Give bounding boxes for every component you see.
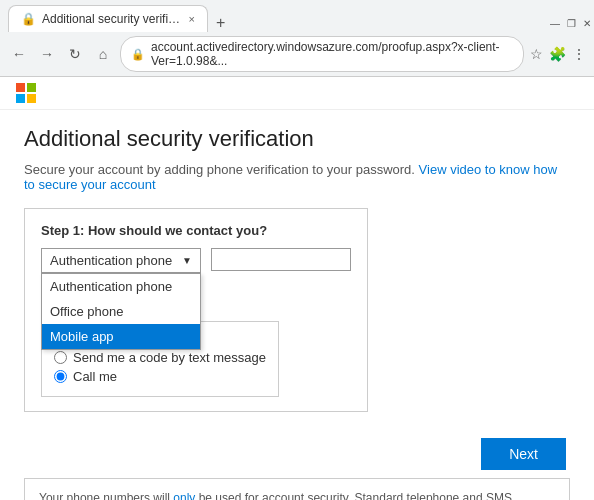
dropdown-selected-text: Authentication phone (50, 253, 182, 268)
info-text-highlight: only (173, 491, 195, 500)
ms-logo-bar (0, 77, 594, 110)
ms-logo-blue (16, 94, 25, 103)
lock-icon: 🔒 (131, 48, 145, 61)
extensions-icon: 🧩 (549, 46, 566, 62)
contact-method-dropdown-container: Authentication phone ▼ Authentication ph… (41, 248, 201, 273)
restore-button[interactable]: ❐ (564, 16, 578, 30)
home-button[interactable]: ⌂ (92, 43, 114, 65)
active-tab[interactable]: 🔒 Additional security verification × (8, 5, 208, 32)
page-title: Additional security verification (24, 126, 570, 152)
radio-call-label[interactable]: Call me (73, 369, 117, 384)
next-button[interactable]: Next (481, 438, 566, 470)
radio-call-me: Call me (54, 369, 266, 384)
step-box: Step 1: How should we contact you? Authe… (24, 208, 368, 412)
phone-number-input[interactable] (211, 248, 351, 271)
address-bar-row: ← → ↻ ⌂ 🔒 account.activedirectory.window… (0, 32, 594, 76)
dropdown-arrow-icon: ▼ (182, 255, 192, 266)
radio-text-message: Send me a code by text message (54, 350, 266, 365)
address-text: account.activedirectory.windowsazure.com… (151, 40, 513, 68)
dropdown-option-office-phone[interactable]: Office phone (42, 299, 200, 324)
tab-favicon: 🔒 (21, 12, 36, 26)
refresh-button[interactable]: ↻ (64, 43, 86, 65)
main-content: Additional security verification Secure … (0, 110, 594, 500)
ms-logo-red (16, 83, 25, 92)
step-label: Step 1: How should we contact you? (41, 223, 351, 238)
page-subtitle: Secure your account by adding phone veri… (24, 162, 570, 192)
dropdown-option-auth-phone[interactable]: Authentication phone (42, 274, 200, 299)
subtitle-text: Secure your account by adding phone veri… (24, 162, 415, 177)
dropdown-menu: Authentication phone Office phone Mobile… (41, 273, 201, 350)
radio-call[interactable] (54, 370, 67, 383)
address-bar[interactable]: 🔒 account.activedirectory.windowsazure.c… (120, 36, 524, 72)
back-button[interactable]: ← (8, 43, 30, 65)
page-content: Additional security verification Secure … (0, 77, 594, 500)
microsoft-logo (16, 83, 36, 103)
tab-title: Additional security verification (42, 12, 183, 26)
dropdown-option-mobile-app[interactable]: Mobile app (42, 324, 200, 349)
browser-chrome: 🔒 Additional security verification × + —… (0, 0, 594, 77)
close-button[interactable]: ✕ (580, 16, 594, 30)
window-controls: — ❐ ✕ (548, 16, 594, 30)
ms-logo-yellow (27, 94, 36, 103)
info-bar: Your phone numbers will only be used for… (24, 478, 570, 500)
info-text-before: Your phone numbers will (39, 491, 173, 500)
minimize-button[interactable]: — (548, 16, 562, 30)
radio-sms-label[interactable]: Send me a code by text message (73, 350, 266, 365)
ms-logo-green (27, 83, 36, 92)
new-tab-button[interactable]: + (212, 14, 229, 32)
radio-sms[interactable] (54, 351, 67, 364)
tab-bar: 🔒 Additional security verification × + —… (0, 0, 594, 32)
bookmark-icon[interactable]: ☆ (530, 46, 543, 62)
forward-button[interactable]: → (36, 43, 58, 65)
contact-method-dropdown[interactable]: Authentication phone ▼ (41, 248, 201, 273)
next-button-row: Next (24, 438, 570, 470)
browser-menu-icon[interactable]: ⋮ (572, 46, 586, 62)
tab-close-button[interactable]: × (189, 13, 195, 25)
